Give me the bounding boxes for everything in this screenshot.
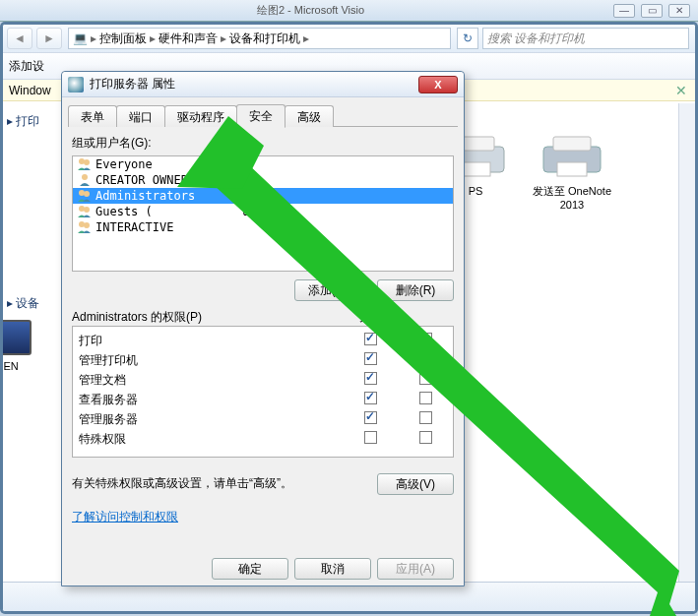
group-users-label: 组或用户名(G): bbox=[72, 135, 454, 152]
cancel-button[interactable]: 取消 bbox=[294, 558, 371, 580]
dialog-title: 打印服务器 属性 bbox=[90, 76, 175, 92]
printer-label-bot: 2013 bbox=[560, 199, 584, 211]
checkbox-deny[interactable] bbox=[419, 392, 432, 404]
user-icon bbox=[77, 173, 93, 187]
perm-row: 特殊权限 bbox=[73, 429, 453, 449]
crumb-2[interactable]: 设备和打印机 bbox=[229, 31, 300, 47]
app-title: 绘图2 - Microsoft Visio bbox=[8, 3, 613, 18]
svg-point-8 bbox=[82, 174, 88, 180]
dialog-footer: 确定 取消 应用(A) bbox=[212, 558, 454, 580]
list-item-selected[interactable]: Administrators bbox=[73, 188, 453, 204]
dialog-titlebar[interactable]: 打印服务器 属性 X bbox=[62, 72, 464, 97]
close-icon[interactable]: ✕ bbox=[668, 4, 690, 18]
users-listbox[interactable]: Everyone CREATOR OWNER Administrators Gu… bbox=[72, 155, 454, 272]
add-device-label[interactable]: 添加设 bbox=[9, 58, 44, 75]
perm-row: 查看服务器 bbox=[73, 390, 453, 409]
checkbox-deny[interactable] bbox=[419, 411, 432, 424]
printer-icon bbox=[538, 133, 606, 180]
printer-item-onenote[interactable]: 发送至 OneNote2013 bbox=[523, 133, 621, 213]
perm-row: 管理文档 bbox=[73, 370, 453, 390]
svg-point-13 bbox=[79, 221, 85, 227]
checkbox-deny[interactable] bbox=[419, 431, 432, 444]
checkbox-deny[interactable] bbox=[419, 333, 432, 345]
visio-titlebar: 绘图2 - Microsoft Visio — ▭ ✕ bbox=[0, 0, 698, 22]
scrollbar[interactable] bbox=[678, 103, 695, 582]
section-printers[interactable]: ▸ 打印 bbox=[7, 113, 39, 130]
dialog-close-button[interactable]: X bbox=[418, 76, 458, 93]
perm-row: 管理打印机 bbox=[73, 350, 453, 370]
group-icon bbox=[77, 157, 93, 171]
device-label: LEN bbox=[2, 359, 42, 373]
checkbox-deny[interactable] bbox=[419, 352, 432, 365]
advanced-button[interactable]: 高级(V) bbox=[377, 473, 454, 495]
remove-user-button[interactable]: 删除(R) bbox=[377, 279, 454, 301]
list-item[interactable]: Everyone bbox=[73, 156, 453, 172]
group-icon bbox=[77, 220, 93, 234]
checkbox-allow[interactable] bbox=[364, 333, 377, 345]
monitor-icon bbox=[2, 320, 32, 355]
maximize-icon[interactable]: ▭ bbox=[641, 4, 663, 18]
perm-row: 管理服务器 bbox=[73, 409, 453, 429]
search-placeholder: 搜索 设备和打印机 bbox=[487, 31, 585, 47]
perm-row: 打印 bbox=[73, 331, 453, 350]
forward-button[interactable]: ► bbox=[36, 28, 62, 49]
crumb-icon: 💻▸ bbox=[73, 31, 99, 45]
crumb-0[interactable]: 控制面板 bbox=[99, 31, 147, 47]
tab-advanced[interactable]: 高级 bbox=[285, 105, 334, 127]
checkbox-allow[interactable] bbox=[364, 411, 377, 424]
list-item[interactable]: Guests (ts) bbox=[73, 204, 453, 219]
printer-label-top: 发送至 OneNote bbox=[533, 185, 611, 197]
ok-button[interactable]: 确定 bbox=[212, 558, 288, 580]
checkbox-allow[interactable] bbox=[364, 352, 377, 365]
tab-driver[interactable]: 驱动程序 bbox=[164, 105, 237, 127]
svg-point-9 bbox=[79, 190, 85, 196]
search-input[interactable]: 搜索 设备和打印机 bbox=[482, 28, 689, 49]
device-item[interactable]: LEN bbox=[2, 320, 42, 373]
refresh-button[interactable]: ↻ bbox=[457, 28, 478, 49]
svg-point-14 bbox=[84, 222, 90, 228]
add-user-button[interactable]: 添加(D)... bbox=[294, 279, 371, 301]
permissions-box: 打印 管理打印机 管理文档 查看服务器 管理服务器 特殊权限 bbox=[72, 326, 454, 458]
group-icon bbox=[77, 205, 93, 218]
tab-port[interactable]: 端口 bbox=[116, 105, 165, 127]
minimize-icon[interactable]: — bbox=[613, 4, 635, 18]
back-button[interactable]: ◄ bbox=[7, 28, 32, 49]
list-item[interactable]: INTERACTIVE bbox=[73, 219, 453, 235]
breadcrumb[interactable]: 💻▸ 控制面板▸ 硬件和声音▸ 设备和打印机▸ bbox=[68, 28, 451, 49]
svg-rect-4 bbox=[553, 137, 591, 151]
svg-rect-2 bbox=[461, 162, 490, 176]
tab-strip: 表单 端口 驱动程序 安全 高级 bbox=[68, 103, 458, 127]
crumb-1[interactable]: 硬件和声音 bbox=[159, 31, 218, 47]
checkbox-allow[interactable] bbox=[364, 372, 377, 385]
note-text: 有关特殊权限或高级设置，请单击“高级”。 bbox=[72, 476, 377, 492]
svg-point-10 bbox=[84, 191, 90, 197]
checkbox-deny[interactable] bbox=[419, 372, 432, 385]
svg-point-11 bbox=[79, 206, 85, 212]
info-bar-close-icon[interactable]: ✕ bbox=[675, 83, 687, 98]
svg-point-6 bbox=[79, 158, 85, 164]
perm-label: Administrators 的权限(P) bbox=[72, 309, 344, 326]
checkbox-allow[interactable] bbox=[364, 392, 377, 404]
explorer-toolbar: ◄ ► 💻▸ 控制面板▸ 硬件和声音▸ 设备和打印机▸ ↻ 搜索 设备和打印机 bbox=[3, 25, 695, 52]
apply-button[interactable]: 应用(A) bbox=[377, 558, 454, 580]
dialog-icon bbox=[68, 77, 84, 92]
group-icon bbox=[77, 189, 93, 203]
perm-col-allow: 允许 bbox=[344, 309, 399, 326]
svg-rect-5 bbox=[557, 162, 587, 176]
svg-point-12 bbox=[84, 207, 90, 213]
dialog-body: 组或用户名(G): Everyone CREATOR OWNER Adminis… bbox=[62, 127, 464, 525]
svg-point-7 bbox=[84, 159, 90, 165]
tab-security[interactable]: 安全 bbox=[236, 104, 286, 128]
perm-col-deny bbox=[399, 309, 454, 326]
learn-acl-link[interactable]: 了解访问控制和权限 bbox=[72, 509, 178, 525]
checkbox-allow[interactable] bbox=[364, 431, 377, 444]
tab-form[interactable]: 表单 bbox=[68, 105, 117, 127]
info-bar-text: Window bbox=[9, 84, 51, 97]
print-server-properties-dialog: 打印服务器 属性 X 表单 端口 驱动程序 安全 高级 组或用户名(G): Ev… bbox=[61, 71, 465, 586]
section-devices[interactable]: ▸ 设备 bbox=[7, 295, 39, 312]
list-item[interactable]: CREATOR OWNER bbox=[73, 172, 453, 188]
